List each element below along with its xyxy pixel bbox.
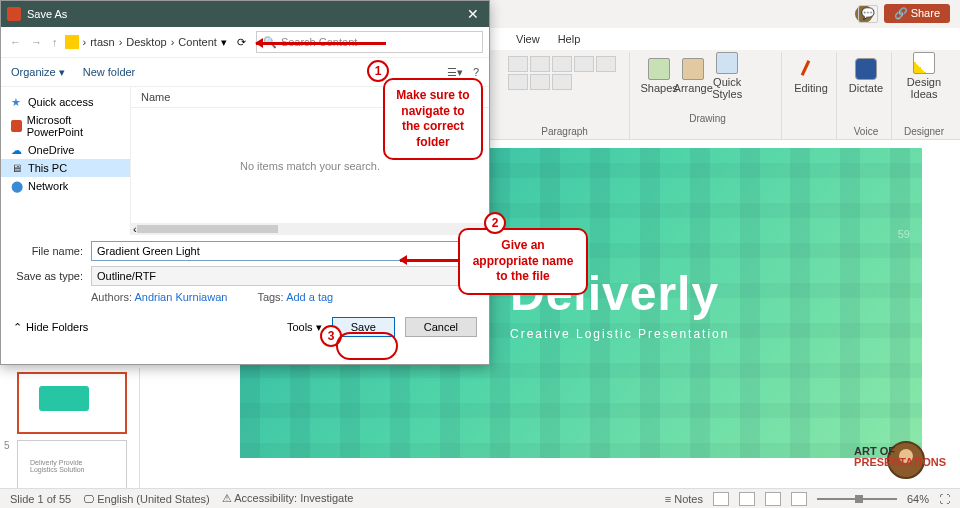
onedrive-item[interactable]: ☁OneDrive bbox=[1, 141, 130, 159]
align-icon[interactable] bbox=[508, 56, 528, 72]
drive-icon[interactable] bbox=[65, 35, 79, 49]
tools-dropdown[interactable]: Tools ▾ bbox=[287, 321, 322, 334]
scrollbar[interactable]: ‹› bbox=[131, 223, 489, 235]
nav-tree: ★Quick access Microsoft PowerPoint ☁OneD… bbox=[1, 87, 131, 235]
breadcrumb[interactable]: ›rtasn ›Desktop ›Content bbox=[83, 36, 217, 48]
type-label: Save as type: bbox=[13, 270, 83, 282]
help-button[interactable]: ? bbox=[473, 66, 479, 79]
thumbnail-4[interactable] bbox=[4, 372, 135, 434]
file-fields: File name: Save as type: Outline/RTF Aut… bbox=[1, 235, 489, 309]
annotation-text-2: Give an appropriate name to the file bbox=[458, 228, 588, 295]
notes-button[interactable]: ≡ Notes bbox=[665, 493, 703, 505]
filename-label: File name: bbox=[13, 245, 83, 257]
pc-icon: 🖥 bbox=[11, 162, 23, 174]
dialog-titlebar: Save As ✕ bbox=[1, 1, 489, 27]
ribbon-group-voice: Dictate Voice bbox=[841, 52, 892, 139]
back-button[interactable]: ← bbox=[7, 36, 24, 48]
watermark-logo: ART OFPRESENTATIONS bbox=[866, 438, 946, 482]
new-folder-button[interactable]: New folder bbox=[83, 66, 136, 78]
ribbon-group-designer: Design Ideas Designer bbox=[896, 52, 952, 139]
dialog-title: Save As bbox=[27, 8, 67, 20]
language-status[interactable]: 🖵 English (United States) bbox=[83, 493, 210, 505]
accessibility-status[interactable]: ⚠ Accessibility: Investigate bbox=[222, 492, 354, 505]
ppt-icon bbox=[11, 120, 22, 132]
view-mode-button[interactable]: ☰▾ bbox=[447, 66, 463, 79]
ribbon-group-drawing: Shapes Arrange Quick Styles Drawing bbox=[634, 52, 782, 139]
powerpoint-icon bbox=[7, 7, 21, 21]
dialog-footer: ⌃ Hide Folders Tools ▾ Save Cancel bbox=[1, 309, 489, 345]
design-ideas-button[interactable]: Design Ideas bbox=[907, 52, 941, 100]
cancel-button[interactable]: Cancel bbox=[405, 317, 477, 337]
status-bar: Slide 1 of 55 🖵 English (United States) … bbox=[0, 488, 960, 508]
authors-link[interactable]: Andrian Kurniawan bbox=[134, 291, 227, 303]
annotation-number-1: 1 bbox=[367, 60, 389, 82]
fit-window-button[interactable]: ⛶ bbox=[939, 493, 950, 505]
up-button[interactable]: ↑ bbox=[49, 36, 61, 48]
this-pc-item[interactable]: 🖥This PC bbox=[1, 159, 130, 177]
slideshow-button[interactable] bbox=[791, 492, 807, 506]
ribbon-group-paragraph: Paragraph bbox=[500, 52, 630, 139]
save-as-dialog: Save As ✕ ← → ↑ ›rtasn ›Desktop ›Content… bbox=[0, 0, 490, 365]
annotation-arrow-1 bbox=[256, 42, 386, 45]
annotation-number-2: 2 bbox=[484, 212, 506, 234]
annotation-text-1: Make sure to navigate to the correct fol… bbox=[383, 78, 483, 160]
network-item[interactable]: ⬤Network bbox=[1, 177, 130, 195]
filename-input[interactable] bbox=[91, 241, 477, 261]
comments-button[interactable]: 💬 bbox=[858, 5, 878, 23]
breadcrumb-dropdown[interactable]: ▾ bbox=[221, 36, 227, 49]
quick-access-item[interactable]: ★Quick access bbox=[1, 93, 130, 111]
thumbnail-5[interactable]: 5 bbox=[4, 440, 135, 488]
annotation-arrow-2 bbox=[400, 259, 460, 262]
dictate-button[interactable]: Dictate bbox=[849, 52, 883, 100]
ribbon-group-editing: Editing bbox=[786, 52, 837, 139]
organize-button[interactable]: Organize ▾ bbox=[11, 66, 65, 79]
address-bar: ← → ↑ ›rtasn ›Desktop ›Content ▾ ⟳ 🔍Sear… bbox=[1, 27, 489, 57]
menu-view[interactable]: View bbox=[516, 33, 540, 45]
type-dropdown[interactable]: Outline/RTF bbox=[91, 266, 477, 286]
annotation-circle-3 bbox=[336, 332, 398, 360]
slide-thumbnail-panel: 5 6 bbox=[0, 368, 140, 488]
arrange-button[interactable]: Arrange bbox=[676, 52, 710, 100]
add-tag-link[interactable]: Add a tag bbox=[286, 291, 333, 303]
slide-subtitle[interactable]: Creative Logistic Presentation bbox=[510, 327, 729, 341]
hide-folders-button[interactable]: ⌃ Hide Folders bbox=[13, 321, 88, 334]
menu-help[interactable]: Help bbox=[558, 33, 581, 45]
dialog-close-button[interactable]: ✕ bbox=[463, 6, 483, 22]
editing-button[interactable]: Editing bbox=[794, 52, 828, 100]
forward-button[interactable]: → bbox=[28, 36, 45, 48]
slide-number: 59 bbox=[898, 228, 910, 240]
powerpoint-item[interactable]: Microsoft PowerPoint bbox=[1, 111, 130, 141]
zoom-level[interactable]: 64% bbox=[907, 493, 929, 505]
cloud-icon: ☁ bbox=[11, 144, 23, 156]
refresh-button[interactable]: ⟳ bbox=[237, 36, 246, 49]
slide-counter[interactable]: Slide 1 of 55 bbox=[10, 493, 71, 505]
star-icon: ★ bbox=[11, 96, 23, 108]
normal-view-button[interactable] bbox=[713, 492, 729, 506]
shapes-button[interactable]: Shapes bbox=[642, 52, 676, 100]
sorter-view-button[interactable] bbox=[739, 492, 755, 506]
share-button[interactable]: 🔗 Share bbox=[884, 4, 950, 23]
quick-styles-button[interactable]: Quick Styles bbox=[710, 52, 744, 100]
reading-view-button[interactable] bbox=[765, 492, 781, 506]
zoom-slider[interactable] bbox=[817, 498, 897, 500]
network-icon: ⬤ bbox=[11, 180, 23, 192]
